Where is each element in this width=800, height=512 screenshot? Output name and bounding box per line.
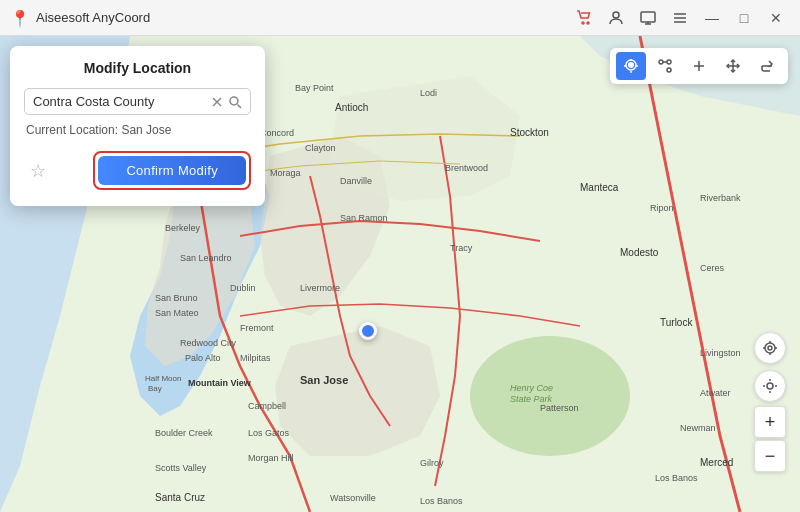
svg-text:Milpitas: Milpitas bbox=[240, 353, 271, 363]
cart-icon-btn[interactable] bbox=[570, 6, 598, 30]
gps-btn[interactable] bbox=[754, 370, 786, 402]
svg-text:Ripon: Ripon bbox=[650, 203, 674, 213]
svg-text:Los Banos: Los Banos bbox=[655, 473, 698, 483]
svg-text:Stockton: Stockton bbox=[510, 127, 549, 138]
svg-text:Santa Cruz: Santa Cruz bbox=[155, 492, 205, 503]
svg-text:Campbell: Campbell bbox=[248, 401, 286, 411]
svg-text:Fremont: Fremont bbox=[240, 323, 274, 333]
svg-text:Tracy: Tracy bbox=[450, 243, 473, 253]
move-mode-btn[interactable] bbox=[718, 52, 748, 80]
svg-point-57 bbox=[628, 62, 634, 68]
svg-text:Livermore: Livermore bbox=[300, 283, 340, 293]
svg-text:San Bruno: San Bruno bbox=[155, 293, 198, 303]
maximize-btn[interactable]: □ bbox=[730, 6, 758, 30]
svg-point-59 bbox=[659, 60, 663, 64]
svg-text:Clayton: Clayton bbox=[305, 143, 336, 153]
target-btn[interactable] bbox=[754, 332, 786, 364]
app-title: Aiseesoft AnyCoord bbox=[36, 10, 570, 25]
svg-text:Modesto: Modesto bbox=[620, 247, 659, 258]
svg-text:Watsonville: Watsonville bbox=[330, 493, 376, 503]
user-icon-btn[interactable] bbox=[602, 6, 630, 30]
svg-text:Mountain View: Mountain View bbox=[188, 378, 252, 388]
svg-line-78 bbox=[238, 104, 242, 108]
svg-point-60 bbox=[667, 68, 671, 72]
svg-text:Lodi: Lodi bbox=[420, 88, 437, 98]
svg-text:Riverbank: Riverbank bbox=[700, 193, 741, 203]
monitor-icon-btn[interactable] bbox=[634, 6, 662, 30]
svg-text:San Mateo: San Mateo bbox=[155, 308, 199, 318]
svg-text:Los Banos: Los Banos bbox=[420, 496, 463, 506]
svg-text:Concord: Concord bbox=[260, 128, 294, 138]
window-controls: — □ ✕ bbox=[570, 6, 790, 30]
confirm-modify-btn[interactable]: Confirm Modify bbox=[98, 156, 246, 185]
svg-text:San Ramon: San Ramon bbox=[340, 213, 388, 223]
svg-point-0 bbox=[582, 22, 584, 24]
location-mode-btn[interactable] bbox=[616, 52, 646, 80]
svg-text:Redwood City: Redwood City bbox=[180, 338, 237, 348]
search-input[interactable] bbox=[33, 94, 207, 109]
svg-text:Livingston: Livingston bbox=[700, 348, 741, 358]
location-pin bbox=[359, 322, 377, 340]
svg-point-61 bbox=[667, 60, 671, 64]
svg-text:Ceres: Ceres bbox=[700, 263, 725, 273]
app-icon: 📍 bbox=[10, 9, 28, 27]
svg-text:San Jose: San Jose bbox=[300, 374, 348, 386]
export-btn[interactable] bbox=[752, 52, 782, 80]
title-bar: 📍 Aiseesoft AnyCoord bbox=[0, 0, 800, 36]
svg-text:Morgan Hill: Morgan Hill bbox=[248, 453, 294, 463]
svg-text:Antioch: Antioch bbox=[335, 102, 368, 113]
search-row bbox=[24, 88, 251, 115]
svg-text:San Leandro: San Leandro bbox=[180, 253, 232, 263]
svg-point-74 bbox=[767, 383, 773, 389]
svg-point-77 bbox=[230, 97, 238, 105]
svg-text:Boulder Creek: Boulder Creek bbox=[155, 428, 213, 438]
modify-location-panel: Modify Location Current Location: San Jo… bbox=[10, 46, 265, 206]
clear-search-btn[interactable] bbox=[211, 96, 223, 108]
zoom-controls: + − bbox=[754, 406, 786, 472]
svg-point-68 bbox=[765, 343, 775, 353]
right-side-buttons bbox=[754, 332, 786, 402]
svg-point-1 bbox=[587, 22, 589, 24]
svg-text:Dublin: Dublin bbox=[230, 283, 256, 293]
close-btn[interactable]: ✕ bbox=[762, 6, 790, 30]
svg-text:Brentwood: Brentwood bbox=[445, 163, 488, 173]
svg-point-2 bbox=[613, 12, 619, 18]
svg-text:Turlock: Turlock bbox=[660, 317, 693, 328]
search-btn[interactable] bbox=[228, 95, 242, 109]
zoom-out-btn[interactable]: − bbox=[754, 440, 786, 472]
svg-text:Bay: Bay bbox=[148, 384, 162, 393]
multi-stop-btn[interactable] bbox=[650, 52, 680, 80]
panel-title: Modify Location bbox=[24, 60, 251, 76]
svg-text:Palo Alto: Palo Alto bbox=[185, 353, 221, 363]
confirm-btn-wrapper: Confirm Modify bbox=[93, 151, 251, 190]
svg-text:Moraga: Moraga bbox=[270, 168, 301, 178]
favorite-btn[interactable]: ☆ bbox=[24, 157, 52, 185]
svg-text:Berkeley: Berkeley bbox=[165, 223, 201, 233]
svg-text:Atwater: Atwater bbox=[700, 388, 731, 398]
menu-icon-btn[interactable] bbox=[666, 6, 694, 30]
svg-point-69 bbox=[768, 346, 772, 350]
map-toolbar bbox=[610, 48, 788, 84]
svg-text:Newman: Newman bbox=[680, 423, 716, 433]
svg-text:Patterson: Patterson bbox=[540, 403, 579, 413]
svg-rect-3 bbox=[641, 12, 655, 22]
svg-text:Henry Coe: Henry Coe bbox=[510, 383, 553, 393]
svg-text:Merced: Merced bbox=[700, 457, 733, 468]
svg-text:Bay Point: Bay Point bbox=[295, 83, 334, 93]
panel-bottom-row: ☆ Confirm Modify bbox=[24, 151, 251, 190]
route-mode-btn[interactable] bbox=[684, 52, 714, 80]
zoom-in-btn[interactable]: + bbox=[754, 406, 786, 438]
map-container: Henry Coe State Park Antioch Lodi Bay Po… bbox=[0, 36, 800, 512]
svg-text:Los Gatos: Los Gatos bbox=[248, 428, 290, 438]
svg-text:Gilroy: Gilroy bbox=[420, 458, 444, 468]
svg-text:Scotts Valley: Scotts Valley bbox=[155, 463, 207, 473]
current-location-label: Current Location: San Jose bbox=[24, 123, 251, 137]
svg-text:Danville: Danville bbox=[340, 176, 372, 186]
svg-text:Half Moon: Half Moon bbox=[145, 374, 181, 383]
minimize-btn[interactable]: — bbox=[698, 6, 726, 30]
svg-text:Manteca: Manteca bbox=[580, 182, 619, 193]
